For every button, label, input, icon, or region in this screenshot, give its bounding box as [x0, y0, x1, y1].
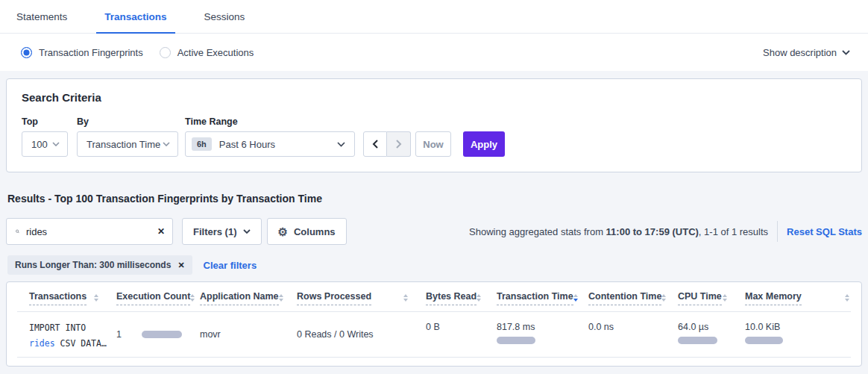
sql-text: IMPORT INTO — [29, 322, 86, 333]
table-row[interactable]: IMPORT INTO rides CSV DATA… 1 movr 0 Rea… — [17, 312, 851, 358]
chevron-down-icon — [337, 142, 345, 147]
execution-count-value: 1 — [116, 329, 122, 340]
filters-button-label: Filters (1) — [193, 226, 237, 237]
column-header-label: Contention Time — [588, 291, 661, 305]
tab-sessions[interactable]: Sessions — [204, 0, 245, 33]
cpu-time-cell: 64.0 µs — [678, 312, 745, 357]
column-header-label: Transactions — [29, 291, 87, 305]
sort-icon[interactable] — [403, 291, 408, 302]
top-field: Top 100 — [22, 116, 77, 157]
filter-pill-label: Runs Longer Than: 300 milliseconds — [15, 260, 171, 270]
filters-button[interactable]: Filters (1) — [182, 218, 262, 245]
max-memory-cell: 10.0 KiB — [745, 312, 851, 357]
column-header-label: Max Memory — [745, 291, 802, 305]
cpu-time-value: 64.0 µs — [678, 322, 727, 332]
chevron-down-icon — [52, 142, 60, 146]
time-range-select[interactable]: 6h Past 6 Hours — [185, 131, 355, 157]
contention-time-cell: 0.0 ns — [588, 312, 678, 357]
sort-icon[interactable] — [661, 291, 666, 302]
by-label: By — [77, 116, 185, 127]
contention-time-value: 0.0 ns — [588, 322, 660, 332]
remove-filter-icon[interactable]: ✕ — [177, 261, 184, 270]
active-filters-row: Runs Longer Than: 300 milliseconds ✕ Cle… — [6, 255, 862, 275]
metric-bar — [745, 337, 783, 344]
metric-bar — [142, 331, 182, 338]
sort-icon[interactable] — [477, 291, 481, 302]
column-header-contention-time[interactable]: Contention Time — [588, 291, 678, 305]
clear-search-icon[interactable]: ✕ — [157, 226, 165, 237]
column-header-label: Application Name — [200, 291, 279, 305]
sort-desc-active-icon[interactable] — [573, 291, 578, 302]
application-name-value: movr — [200, 329, 221, 340]
column-header-max-memory[interactable]: Max Memory — [745, 291, 851, 305]
sort-icon[interactable] — [190, 291, 195, 302]
reset-sql-stats-link[interactable]: Reset SQL Stats — [787, 226, 862, 237]
tab-bar: Statements Transactions Sessions — [0, 0, 868, 34]
by-field: By Transaction Time — [77, 116, 185, 157]
sort-icon[interactable] — [723, 291, 727, 302]
clear-filters-link[interactable]: Clear filters — [204, 260, 257, 271]
vertical-divider — [777, 221, 778, 242]
now-button[interactable]: Now — [415, 131, 451, 157]
time-range-badge: 6h — [192, 137, 212, 151]
metric-bar — [678, 337, 717, 344]
column-header-transaction-time[interactable]: Transaction Time — [497, 291, 588, 305]
top-select[interactable]: 100 — [22, 131, 68, 157]
column-header-transactions[interactable]: Transactions — [29, 291, 116, 305]
radio-selected-icon[interactable] — [21, 47, 32, 58]
search-criteria-card: Search Criteria Top 100 By Transaction T… — [6, 78, 862, 172]
tab-transactions[interactable]: Transactions — [104, 0, 166, 33]
column-header-execution-count[interactable]: Execution Count — [116, 291, 200, 305]
bytes-read-cell: 0 B — [426, 312, 497, 357]
apply-button[interactable]: Apply — [463, 131, 505, 157]
sort-icon[interactable] — [845, 291, 849, 302]
column-header-cpu-time[interactable]: CPU Time — [678, 291, 745, 305]
show-description-label: Show description — [763, 47, 837, 58]
by-select[interactable]: Transaction Time — [77, 131, 178, 157]
aggregated-stats-text: Showing aggregated stats from 11:00 to 1… — [469, 226, 768, 237]
sort-icon[interactable] — [94, 291, 98, 302]
radio-active-executions[interactable]: Active Executions — [160, 47, 254, 58]
transaction-time-cell: 817.8 ms — [497, 312, 588, 357]
rows-processed-cell: 0 Reads / 0 Writes — [297, 312, 426, 357]
search-box[interactable]: ✕ — [6, 218, 173, 245]
stats-suffix: , 1-1 of 1 results — [699, 226, 768, 237]
results-heading: Results - Top 100 Transaction Fingerprin… — [7, 193, 862, 205]
chevron-down-icon — [163, 142, 170, 146]
view-toggle-row: Transaction Fingerprints Active Executio… — [0, 34, 868, 71]
page: Statements Transactions Sessions Transac… — [0, 0, 868, 367]
transaction-fingerprint-cell[interactable]: IMPORT INTO rides CSV DATA… — [29, 312, 116, 357]
time-window-stepper — [363, 131, 411, 157]
radio-transaction-fingerprints[interactable]: Transaction Fingerprints — [21, 47, 143, 58]
column-header-label: CPU Time — [678, 291, 722, 305]
sql-text: CSV DATA… — [55, 338, 107, 349]
tab-statements[interactable]: Statements — [16, 0, 67, 33]
column-header-rows-processed[interactable]: Rows Processed — [297, 291, 426, 305]
content-area: Search Criteria Top 100 By Transaction T… — [0, 71, 868, 367]
column-header-bytes-read[interactable]: Bytes Read — [426, 291, 497, 305]
execution-count-cell: 1 — [116, 312, 200, 357]
search-input[interactable] — [26, 226, 157, 237]
column-header-application-name[interactable]: Application Name — [200, 291, 297, 305]
metric-bar — [497, 337, 535, 344]
previous-time-window-button[interactable] — [363, 131, 387, 157]
radio-label: Active Executions — [177, 47, 254, 58]
columns-button[interactable]: ⚙ Columns — [267, 218, 347, 245]
chevron-right-icon — [396, 140, 402, 149]
by-select-value: Transaction Time — [87, 139, 160, 150]
time-range-value: Past 6 Hours — [219, 139, 275, 150]
next-time-window-button[interactable] — [387, 131, 411, 157]
transaction-link[interactable]: rides — [29, 338, 55, 349]
column-header-label: Execution Count — [116, 291, 190, 305]
filter-pill: Runs Longer Than: 300 milliseconds ✕ — [7, 255, 192, 275]
radio-unselected-icon[interactable] — [160, 47, 171, 58]
transaction-time-value: 817.8 ms — [497, 322, 570, 332]
gear-icon: ⚙ — [278, 226, 288, 237]
rows-processed-value: 0 Reads / 0 Writes — [297, 329, 374, 340]
column-header-label: Transaction Time — [497, 291, 573, 305]
chevron-left-icon — [372, 140, 378, 149]
sort-icon[interactable] — [279, 291, 283, 302]
show-description-toggle[interactable]: Show description — [763, 47, 850, 58]
time-range-label: Time Range — [185, 116, 363, 127]
chevron-down-icon — [842, 50, 850, 55]
